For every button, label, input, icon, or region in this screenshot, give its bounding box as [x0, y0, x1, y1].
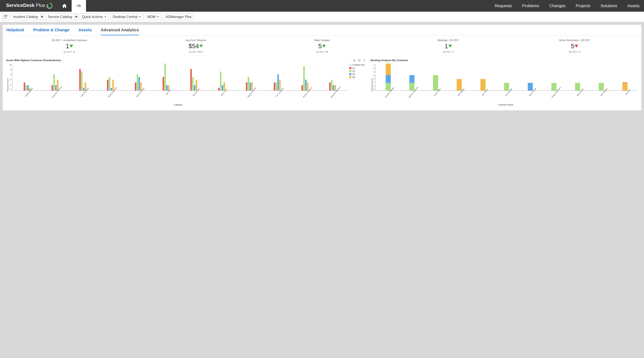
- kpi-previous: Q2 2017: 98: [316, 51, 328, 53]
- nav-changes[interactable]: Changes: [549, 4, 566, 8]
- nav-requests[interactable]: Requests: [495, 4, 512, 8]
- tab-helpdesk[interactable]: Helpdesk: [6, 28, 24, 35]
- chart-backlog: Backlog Analysis By Customer Request Cou…: [370, 59, 638, 106]
- service-catalog-dropdown[interactable]: Service Catalog ▼: [46, 14, 78, 20]
- kpi-title: Avg Cost / Request: [185, 39, 206, 42]
- stacked-bar[interactable]: [386, 64, 391, 90]
- kpi-value: 5: [318, 42, 322, 50]
- nav-solutions[interactable]: Solutions: [600, 4, 617, 8]
- trend-icon: [322, 45, 326, 48]
- kpi-previous: Q2 2017: 18: [64, 51, 75, 53]
- bar[interactable]: [250, 82, 251, 90]
- bar[interactable]: [190, 69, 192, 90]
- legend-swatch: [349, 67, 351, 69]
- bar[interactable]: [52, 85, 53, 90]
- kpi-row: Q3 2017 - Unsatisfied Customers 1 Q2 201…: [3, 35, 641, 56]
- new-ticket-icon: [3, 14, 8, 19]
- bar[interactable]: [107, 80, 108, 90]
- bar[interactable]: [248, 77, 249, 90]
- admanager-label: ADManager Plus: [166, 15, 192, 19]
- legend-title[interactable]: ✓ Created Time: [349, 64, 367, 66]
- y-axis-label: Request Count: [370, 64, 374, 106]
- bar[interactable]: [303, 66, 305, 90]
- export-icon[interactable]: [363, 59, 366, 62]
- x-axis-label: Category: [9, 104, 348, 106]
- kpi-previous: Q2 2017: $319: [189, 51, 203, 53]
- quick-actions-dropdown[interactable]: Quick Actions ▼: [80, 14, 109, 20]
- chart-type-icon[interactable]: [353, 59, 356, 62]
- kpi-card: Q3 2017 - Unsatisfied Customers 1 Q2 201…: [6, 39, 132, 53]
- bar-segment: [409, 75, 414, 83]
- mdm-dropdown[interactable]: MDM ▼: [145, 14, 162, 20]
- chevron-down-icon: ▼: [139, 16, 141, 18]
- bar[interactable]: [329, 82, 331, 90]
- tab-advanced-analytics[interactable]: Advanced Analytics: [101, 28, 139, 35]
- bar[interactable]: [305, 80, 306, 90]
- kpi-previous: Q2 2017: 14: [569, 51, 580, 53]
- bar[interactable]: [135, 82, 136, 90]
- bar[interactable]: [53, 74, 55, 90]
- legend-swatch: [349, 70, 351, 72]
- nav-projects[interactable]: Projects: [576, 4, 590, 8]
- bar[interactable]: [79, 69, 81, 90]
- bar[interactable]: [220, 72, 222, 90]
- bar[interactable]: [276, 82, 277, 90]
- incident-catalog-dropdown[interactable]: Incident Catalog ▼: [11, 14, 44, 20]
- legend-item[interactable]: Q4: [349, 76, 367, 78]
- bar[interactable]: [138, 77, 140, 90]
- y-ticks: 1086420: [9, 64, 12, 91]
- bar[interactable]: [302, 85, 303, 90]
- bar[interactable]: [246, 82, 248, 90]
- bar[interactable]: [26, 85, 27, 90]
- kpi-value: 1: [66, 42, 69, 50]
- svg-rect-8: [354, 60, 355, 61]
- bar[interactable]: [162, 77, 164, 90]
- gauge-icon: [76, 3, 82, 8]
- bar[interactable]: [109, 77, 110, 90]
- bar[interactable]: [218, 88, 220, 90]
- secondary-toolbar: Incident Catalog ▼ Service Catalog ▼ Qui…: [0, 12, 644, 22]
- kpi-previous: Q2 2017: 4: [443, 51, 454, 53]
- chevron-down-icon: ▼: [74, 14, 78, 20]
- home-button[interactable]: [57, 0, 72, 12]
- kpi-value: $54: [188, 42, 199, 50]
- bar[interactable]: [81, 72, 82, 90]
- kpi-title: Active Technicians - Q3 2017: [559, 39, 590, 42]
- kpi-value: 5: [571, 42, 574, 50]
- legend-swatch: [349, 73, 351, 75]
- tab-problem-change[interactable]: Problem & Change: [33, 28, 70, 35]
- incident-catalog-label: Incident Catalog: [13, 15, 38, 19]
- bar[interactable]: [192, 77, 194, 90]
- tab-assets[interactable]: Assets: [78, 28, 92, 35]
- bar[interactable]: [331, 80, 332, 90]
- x-ticks: AdministrativeCustomer ServicesData Hand…: [13, 91, 348, 103]
- chevron-down-icon: ▼: [40, 14, 44, 20]
- home-icon: [62, 3, 67, 8]
- top-nav: ServiceDesk Plus Requests Problems Chang…: [0, 0, 644, 12]
- legend-swatch: [349, 76, 351, 78]
- svg-rect-10: [358, 59, 360, 61]
- svg-line-1: [79, 6, 80, 7]
- table-view-icon[interactable]: [358, 59, 361, 62]
- checkbox-icon: ✓: [349, 64, 351, 66]
- bar[interactable]: [24, 82, 25, 90]
- dashboard-button[interactable]: [72, 0, 86, 12]
- nav-assets[interactable]: Assets: [627, 4, 640, 8]
- legend: ✓ Created Time Q1Q2Q3Q4: [348, 64, 367, 106]
- bar[interactable]: [137, 74, 138, 90]
- kpi-title: Q3 2017 - Unsatisfied Customers: [52, 39, 87, 42]
- bar[interactable]: [274, 82, 275, 90]
- new-ticket-button[interactable]: [2, 13, 9, 20]
- desktop-central-dropdown[interactable]: Desktop Central ▼: [110, 14, 144, 20]
- quick-actions-label: Quick Actions: [82, 15, 103, 19]
- nav-problems[interactable]: Problems: [522, 4, 539, 8]
- bar[interactable]: [277, 74, 279, 90]
- legend-item[interactable]: Q2: [349, 70, 367, 72]
- logo-part2: Plus: [36, 2, 45, 8]
- legend-item[interactable]: Q1: [349, 67, 367, 70]
- legend-item[interactable]: Q3: [349, 73, 367, 76]
- trend-icon: [70, 45, 73, 48]
- bar[interactable]: [164, 64, 166, 90]
- admanager-button[interactable]: ADManager Plus: [163, 14, 194, 20]
- chart-dissatisfaction: Areas With Highest Customer Dissatisfact…: [6, 59, 367, 106]
